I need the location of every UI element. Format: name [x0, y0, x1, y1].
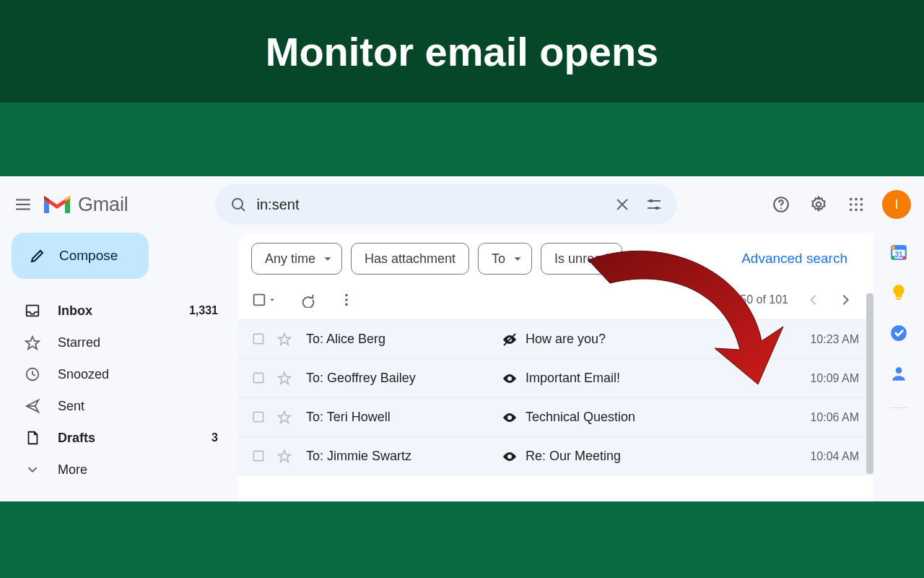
- svg-marker-30: [270, 299, 274, 301]
- star-icon: [277, 449, 292, 463]
- search-input[interactable]: [254, 197, 606, 213]
- row-time: 10:23 AM: [810, 333, 859, 346]
- svg-rect-47: [892, 246, 894, 249]
- help-icon: [772, 195, 790, 214]
- chevron-right-icon: [837, 292, 853, 308]
- clear-search-button[interactable]: [606, 189, 638, 220]
- tasks-app[interactable]: [889, 324, 908, 342]
- row-time: 10:09 AM: [810, 372, 859, 385]
- sidebar-item-inbox[interactable]: Inbox 1,331: [7, 295, 231, 327]
- row-star[interactable]: [277, 449, 293, 465]
- more-vert-icon: [339, 292, 354, 308]
- calendar-day: 31: [894, 251, 902, 259]
- checkbox-icon: [251, 410, 266, 424]
- inbox-icon: [25, 303, 40, 319]
- tune-icon: [645, 196, 663, 213]
- svg-marker-28: [515, 257, 521, 261]
- apps-button[interactable]: [839, 187, 873, 222]
- search-container: [215, 184, 677, 225]
- row-checkbox[interactable]: [251, 410, 267, 426]
- compose-button[interactable]: Compose: [12, 233, 149, 279]
- row-checkbox[interactable]: [251, 449, 267, 465]
- row-recipient: To: Teri Howell: [306, 410, 501, 425]
- dropdown-icon: [320, 251, 336, 267]
- svg-point-16: [860, 198, 863, 201]
- brand-name: Gmail: [78, 194, 128, 216]
- search-button[interactable]: [222, 189, 254, 220]
- contacts-app[interactable]: [889, 364, 908, 383]
- star-icon: [277, 410, 292, 424]
- svg-point-17: [850, 203, 853, 206]
- row-recipient: To: Jimmie Swartz: [306, 449, 501, 464]
- svg-marker-35: [279, 333, 291, 345]
- main-menu-button[interactable]: [6, 187, 40, 222]
- not-opened-icon: [501, 331, 521, 348]
- chip-label: Any time: [265, 251, 315, 267]
- mail-row[interactable]: To: Geoffrey Bailey Important Email! 10:…: [238, 358, 873, 397]
- search-box[interactable]: [215, 184, 677, 225]
- filter-is-unread[interactable]: Is unread: [541, 243, 622, 275]
- refresh-button[interactable]: [293, 285, 322, 314]
- content-area: Any time Has attachment To Is unread Adv…: [238, 233, 873, 501]
- rail-divider: [890, 407, 907, 408]
- support-button[interactable]: [764, 187, 798, 222]
- filter-anytime[interactable]: Any time: [251, 243, 342, 275]
- sidebar-item-snoozed[interactable]: Snoozed: [7, 358, 231, 390]
- opened-icon: [501, 409, 521, 426]
- svg-point-50: [896, 367, 902, 374]
- nav-label: Drafts: [58, 431, 212, 446]
- sidebar-item-starred[interactable]: Starred: [7, 327, 231, 358]
- row-checkbox[interactable]: [251, 371, 267, 387]
- row-star[interactable]: [277, 410, 293, 426]
- pager-text: 1–50 of 101: [727, 293, 788, 306]
- search-options-button[interactable]: [638, 189, 670, 220]
- nav-count: 1,331: [189, 304, 218, 317]
- contacts-icon: [889, 364, 908, 383]
- pager-next[interactable]: [832, 286, 859, 314]
- pager-prev[interactable]: [800, 286, 827, 314]
- sidebar-item-more[interactable]: More: [7, 454, 231, 486]
- pager: 1–50 of 101: [727, 286, 859, 314]
- star-icon: [25, 335, 40, 350]
- svg-point-49: [891, 325, 907, 341]
- brand[interactable]: Gmail: [42, 193, 128, 216]
- svg-line-4: [241, 207, 245, 211]
- sidebar-item-sent[interactable]: Sent: [7, 390, 231, 422]
- svg-rect-45: [902, 256, 905, 259]
- row-star[interactable]: [277, 371, 293, 387]
- svg-point-15: [855, 198, 858, 201]
- gmail-logo-icon: [42, 193, 72, 216]
- select-all-checkbox[interactable]: [251, 285, 283, 314]
- dropdown-icon: [267, 295, 277, 305]
- svg-rect-41: [253, 451, 263, 460]
- close-icon: [614, 196, 631, 213]
- gear-icon: [809, 195, 828, 214]
- settings-button[interactable]: [801, 187, 836, 222]
- adv-search-label: Advanced search: [741, 251, 847, 266]
- keep-app[interactable]: [889, 283, 908, 302]
- account-avatar[interactable]: I: [882, 190, 911, 219]
- advanced-search-link[interactable]: Advanced search: [741, 251, 860, 267]
- mail-row[interactable]: To: Teri Howell Technical Question 10:06…: [238, 397, 873, 436]
- nav-list: Inbox 1,331 Starred Snoozed Sent D: [7, 295, 231, 486]
- keep-icon: [889, 283, 908, 302]
- calendar-app[interactable]: 31: [889, 243, 908, 262]
- mail-row[interactable]: To: Alice Berg How are you? 10:23 AM: [238, 319, 873, 358]
- sidebar-item-drafts[interactable]: Drafts 3: [7, 422, 231, 454]
- checkbox-icon: [251, 332, 266, 346]
- svg-point-22: [860, 209, 863, 212]
- row-star[interactable]: [277, 332, 293, 348]
- mail-row[interactable]: To: Jimmie Swartz Re: Our Meeting 10:04 …: [238, 436, 873, 475]
- tasks-icon: [889, 324, 908, 342]
- row-checkbox[interactable]: [251, 332, 267, 348]
- filter-has-attachment[interactable]: Has attachment: [351, 243, 469, 275]
- nav-label: Sent: [58, 399, 218, 414]
- filter-to[interactable]: To: [478, 243, 532, 275]
- star-icon: [277, 371, 292, 385]
- more-button[interactable]: [332, 285, 361, 314]
- svg-point-33: [345, 303, 348, 306]
- row-subject: Important Email!: [526, 371, 810, 386]
- row-subject: Re: Our Meeting: [526, 449, 810, 464]
- clock-icon: [25, 366, 40, 382]
- scrollbar-thumb[interactable]: [866, 293, 873, 474]
